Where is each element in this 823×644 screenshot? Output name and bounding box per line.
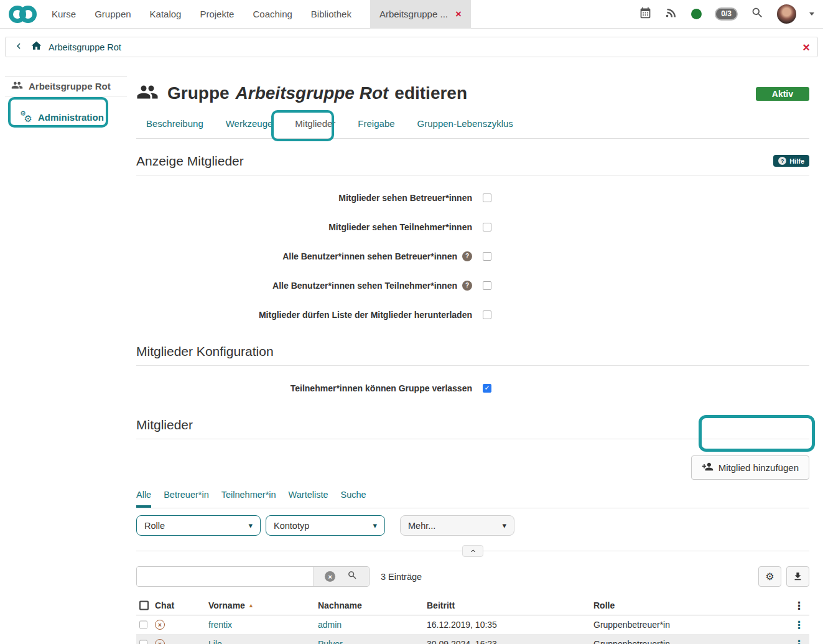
config-options: Teilnehmer*innen können Gruppe verlassen… — [136, 373, 809, 403]
collapse-filters-button[interactable] — [462, 545, 483, 557]
vorname-link[interactable]: frentix — [208, 620, 232, 630]
filter-tab-suche[interactable]: Suche — [341, 490, 366, 508]
tab-mitglieder[interactable]: Mitglieder — [295, 118, 335, 129]
members-table: Chat Vorname▲ Nachname Beitritt Rolle ⋮ … — [136, 596, 809, 644]
im-status-badge[interactable]: 0/3 — [715, 7, 738, 21]
kontotyp-dropdown[interactable]: Kontotyp ▾ — [266, 515, 385, 536]
nav-tab-arbeitsgruppe[interactable]: Arbeitsgruppe ... × — [370, 0, 471, 29]
col-beitritt[interactable]: Beitritt — [427, 600, 455, 610]
rolle-dropdown[interactable]: Rolle ▾ — [136, 515, 261, 536]
sidebar-item-arbeitsgruppe[interactable]: Arbeitsgruppe Rot — [5, 76, 127, 96]
table-settings-button[interactable]: ⚙ — [758, 566, 781, 587]
checkbox-alle-sehen-betreuer[interactable] — [483, 252, 491, 261]
edit-tabs: Beschreibung Werkzeuge Mitglieder Freiga… — [136, 118, 809, 139]
option-row: Mitglieder dürfen Liste der Mitglieder h… — [136, 300, 809, 329]
gear-icon: ⚙ — [765, 571, 774, 582]
nav-item-projekte[interactable]: Projekte — [200, 9, 234, 19]
help-icon[interactable]: ? — [462, 281, 472, 291]
col-chat[interactable]: Chat — [155, 600, 174, 610]
rolle-cell: Gruppenbetreuer*in — [593, 620, 670, 630]
row-menu-icon[interactable]: ⋮ — [794, 638, 804, 644]
checkbox-alle-sehen-teilnehmer[interactable] — [483, 281, 491, 290]
col-nachname[interactable]: Nachname — [318, 600, 362, 610]
tab-werkzeuge[interactable]: Werkzeuge — [226, 118, 273, 129]
rss-feed-icon[interactable] — [665, 6, 678, 22]
chevron-up-icon — [469, 547, 477, 555]
add-member-button[interactable]: Mitglied hinzufügen — [691, 455, 809, 480]
search-icon[interactable] — [347, 570, 358, 583]
filter-tab-teilnehmer[interactable]: Teilnehmer*in — [221, 490, 276, 508]
table-toolbar: × 3 Einträge ⚙ — [136, 566, 809, 587]
nav-item-katalog[interactable]: Katalog — [150, 9, 182, 19]
mehr-dropdown[interactable]: Mehr... ▾ — [400, 515, 514, 536]
col-rolle[interactable]: Rolle — [593, 600, 615, 610]
display-options: Mitglieder sehen Betreuer*innen Mitglied… — [136, 183, 809, 329]
filter-tab-warteliste[interactable]: Warteliste — [289, 490, 328, 508]
back-chevron-icon[interactable] — [13, 40, 24, 54]
home-icon[interactable] — [30, 40, 42, 54]
checkbox-liste-herunterladen[interactable] — [483, 310, 491, 319]
person-add-icon — [702, 462, 714, 474]
status-badge-aktiv: Aktiv — [756, 87, 809, 101]
section-mitglieder-konfiguration: Mitglieder Konfiguration — [136, 344, 809, 366]
row-menu-icon[interactable]: ⋮ — [794, 618, 804, 632]
nav-item-kurse[interactable]: Kurse — [52, 9, 76, 19]
sidebar-item-administration[interactable]: ⚙⚙ Administration — [5, 106, 127, 128]
nav-item-coaching[interactable]: Coaching — [253, 9, 292, 19]
tab-beschreibung[interactable]: Beschreibung — [146, 118, 203, 129]
search-input[interactable] — [137, 567, 313, 586]
filter-tab-alle[interactable]: Alle — [136, 490, 151, 508]
sort-asc-icon: ▲ — [248, 602, 254, 609]
caret-down-icon: ▾ — [373, 521, 377, 530]
checkbox-mitglieder-sehen-teilnehmer[interactable] — [483, 223, 491, 231]
col-vorname[interactable]: Vorname▲ — [208, 600, 254, 610]
entries-count: 3 Einträge — [381, 572, 422, 582]
nachname-link[interactable]: admin — [318, 620, 342, 630]
page: Kurse Gruppen Katalog Projekte Coaching … — [0, 0, 823, 644]
group-icon — [11, 81, 23, 91]
search-icon[interactable] — [751, 6, 764, 22]
navbar-right-cluster: 0/3 — [639, 4, 823, 24]
group-icon — [136, 84, 159, 103]
hilfe-button[interactable]: ? Hilfe — [773, 155, 809, 167]
chat-unavailable-icon[interactable]: × — [155, 639, 165, 644]
section-mitglieder: Mitglieder — [136, 418, 809, 439]
clear-search-icon[interactable]: × — [325, 571, 335, 582]
breadcrumb-current[interactable]: Arbeitsgruppe Rot — [49, 42, 121, 52]
section-anzeige-mitglieder: Anzeige Mitglieder ? Hilfe — [136, 154, 809, 175]
filter-tab-betreuer[interactable]: Betreuer*in — [164, 490, 209, 508]
nav-item-bibliothek[interactable]: Bibliothek — [311, 9, 351, 19]
sidebar-item-label: Administration — [38, 112, 104, 123]
user-avatar[interactable] — [777, 4, 796, 24]
nav-item-gruppen[interactable]: Gruppen — [95, 9, 131, 19]
page-title: Gruppe Arbeitsgruppe Rot editieren — [167, 83, 467, 103]
tab-close-icon[interactable]: × — [455, 9, 462, 19]
breadcrumb: Arbeitsgruppe Rot × — [5, 37, 818, 57]
nav-tab-label: Arbeitsgruppe ... — [379, 9, 448, 19]
vorname-link[interactable]: Lilo — [208, 639, 222, 644]
chat-unavailable-icon[interactable]: × — [155, 620, 165, 630]
option-row: Alle Benutzer*innen sehen Teilnehmer*inn… — [136, 271, 809, 300]
row-checkbox[interactable] — [139, 640, 147, 644]
calendar-icon[interactable] — [639, 6, 652, 22]
row-checkbox[interactable] — [139, 621, 147, 629]
user-menu-caret-icon[interactable] — [809, 12, 814, 16]
table-download-button[interactable] — [786, 566, 809, 587]
top-navbar: Kurse Gruppen Katalog Projekte Coaching … — [0, 0, 823, 29]
table-row: × frentix admin 16.12.2019, 10:35 Gruppe… — [136, 615, 809, 635]
breadcrumb-close-icon[interactable]: × — [802, 41, 810, 54]
help-icon[interactable]: ? — [462, 251, 472, 261]
option-row: Mitglieder sehen Betreuer*innen — [136, 183, 809, 212]
download-icon — [793, 571, 803, 582]
checkbox-mitglieder-sehen-betreuer[interactable] — [483, 194, 491, 202]
column-menu-icon[interactable]: ⋮ — [794, 599, 804, 612]
openolat-logo-icon[interactable] — [8, 4, 38, 24]
select-all-checkbox[interactable] — [139, 601, 149, 610]
option-row: Mitglieder sehen Teilnehmer*innen — [136, 212, 809, 241]
nachname-link[interactable]: Pulver — [318, 639, 343, 644]
tab-freigabe[interactable]: Freigabe — [358, 118, 394, 129]
checkbox-gruppe-verlassen[interactable]: ✓ — [483, 384, 491, 393]
tab-gruppen-lebenszyklus[interactable]: Gruppen-Lebenszyklus — [417, 118, 513, 129]
presence-status-dot[interactable] — [691, 9, 702, 19]
page-title-row: Gruppe Arbeitsgruppe Rot editieren — [136, 80, 809, 107]
